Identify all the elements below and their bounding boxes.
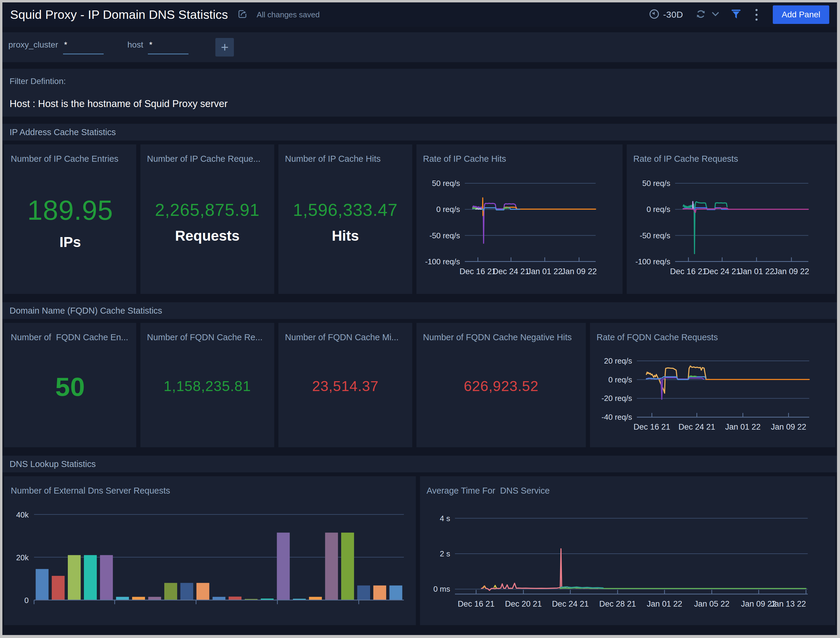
host-input[interactable]: * [148,40,188,54]
refresh-options-button[interactable] [711,11,720,18]
filter-definition-heading: Filter Defintion: [9,76,830,86]
header-bar: Squid Proxy - IP Domain DNS Statistics A… [2,2,837,27]
svg-text:Dec 16 21: Dec 16 21 [633,423,670,431]
rate-ip-cache-requests-chart[interactable]: 50 req/s0 req/s-50 req/s-100 req/sDec 16… [633,165,829,288]
panel-rate-ip-cache-hits: Rate of IP Cache Hits 50 req/s0 req/s-50… [417,144,622,294]
share-button[interactable] [237,8,248,21]
stat-value: 2,265,875.91 [141,200,274,220]
svg-text:Dec 16 21: Dec 16 21 [670,267,707,276]
filter-label: host [128,40,144,50]
chevron-down-icon [711,11,720,18]
svg-text:-40 req/s: -40 req/s [601,413,632,421]
time-range-button[interactable]: -30D [649,9,683,21]
stat-unit: Requests [141,228,274,244]
svg-text:0 ms: 0 ms [433,584,450,594]
external-dns-requests-chart[interactable]: 40k20k0 [11,497,409,620]
svg-text:Jan 01 22: Jan 01 22 [725,423,761,431]
svg-text:Dec 24 21: Dec 24 21 [678,423,715,431]
panel-ip-cache-requests: Number of IP Cache Reque... 2,265,875.91… [141,144,274,294]
stat-value: 189.95 [4,195,136,226]
stat-value: 50 [4,372,136,402]
filter-field-host: host * [128,40,189,54]
add-filter-button[interactable]: + [215,38,234,57]
svg-text:Jan 09 22: Jan 09 22 [774,267,809,276]
svg-text:Dec 20 21: Dec 20 21 [505,600,542,608]
panel-title: Number of IP Cache Hits [285,154,406,164]
stat-value: 626,923.52 [417,378,586,394]
panel-fqdn-cache-negative-hits: Number of FQDN Cache Negative Hits 626,9… [417,323,586,447]
svg-text:Dec 28 21: Dec 28 21 [599,600,636,608]
section-title-fqdn: Domain Name (FQDN) Cache Statistics [2,302,837,319]
rate-fqdn-cache-requests-chart[interactable]: 20 req/s0 req/s-20 req/s-40 req/sDec 16 … [597,344,829,442]
stat-unit: Hits [278,228,412,244]
filter-definition-panel: Filter Defintion: Host : Host is the hos… [2,69,837,117]
svg-text:0 req/s: 0 req/s [608,375,632,384]
share-icon [237,8,248,21]
refresh-button[interactable] [695,8,707,22]
row-ip-cache: Number of IP Cache Entries 189.95 IPs Nu… [2,144,837,294]
refresh-icon [695,8,707,22]
svg-text:-50 req/s: -50 req/s [429,231,460,240]
kebab-menu-icon[interactable] [753,7,760,22]
svg-text:Jan 09 22: Jan 09 22 [561,267,597,276]
svg-text:50 req/s: 50 req/s [432,179,460,188]
filter-label: proxy_cluster [8,40,58,50]
panel-title: Number of External Dns Server Requests [11,486,409,496]
panel-title: Number of FQDN Cache En... [11,332,129,342]
panel-title: Number of FQDN Cache Mi... [285,332,406,342]
svg-text:Dec 24 21: Dec 24 21 [493,267,529,276]
svg-text:Jan 09 22: Jan 09 22 [771,423,806,431]
filter-bar: proxy_cluster * host * + [2,32,837,62]
svg-text:Jan 01 22: Jan 01 22 [739,267,774,276]
svg-text:0 req/s: 0 req/s [436,205,460,214]
add-panel-button[interactable]: Add Panel [773,5,829,24]
svg-text:0: 0 [25,596,29,605]
panel-avg-time-dns-service: Average Time For DNS Service 4 s2 s0 msD… [420,476,835,625]
filter-field-proxy-cluster: proxy_cluster * [8,40,104,54]
panel-ip-cache-hits: Number of IP Cache Hits 1,596,333.47 Hit… [278,144,412,294]
proxy-cluster-input[interactable]: * [63,40,104,54]
page-title: Squid Proxy - IP Domain DNS Statistics [10,8,228,22]
panel-title: Number of FQDN Cache Re... [147,332,268,342]
svg-text:40k: 40k [16,510,29,519]
filter-funnel-icon [731,9,741,21]
filter-definition-body: Host : Host is the hostname of Squid Pro… [9,98,830,109]
svg-text:Jan 01 22: Jan 01 22 [647,600,682,608]
svg-text:Dec 24 21: Dec 24 21 [704,267,741,276]
svg-text:Jan 13 22: Jan 13 22 [771,600,806,608]
panel-fqdn-cache-requests: Number of FQDN Cache Re... 1,158,235.81 [141,323,274,447]
svg-text:-100 req/s: -100 req/s [425,257,460,266]
filter-button[interactable] [731,9,741,21]
svg-text:Dec 16 21: Dec 16 21 [459,267,496,276]
svg-text:Dec 24 21: Dec 24 21 [552,600,589,608]
row-dns-lookup: Number of External Dns Server Requests 4… [2,476,837,625]
clock-icon [649,9,660,21]
panel-ip-cache-entries: Number of IP Cache Entries 189.95 IPs [4,144,136,294]
svg-text:Dec 16 21: Dec 16 21 [458,600,494,608]
stat-value: 1,596,333.47 [278,200,412,220]
stat-unit: IPs [4,234,136,250]
section-title-dns: DNS Lookup Statistics [2,456,837,472]
panel-title: Rate of IP Cache Hits [423,154,616,164]
panel-rate-fqdn-cache-requests: Rate of FQDN Cache Requests 20 req/s0 re… [590,323,835,447]
panel-title: Rate of IP Cache Requests [633,154,829,164]
panel-title: Number of FQDN Cache Negative Hits [423,332,579,342]
section-title-ip: IP Address Cache Statistics [2,124,837,141]
panel-title: Rate of FQDN Cache Requests [597,332,829,342]
panel-title: Average Time For DNS Service [426,486,829,496]
rate-ip-cache-hits-chart[interactable]: 50 req/s0 req/s-50 req/s-100 req/sDec 16… [423,165,616,288]
svg-text:-50 req/s: -50 req/s [639,231,670,240]
svg-text:-100 req/s: -100 req/s [635,257,670,266]
panel-title: Number of IP Cache Entries [11,154,129,164]
stat-value: 23,514.37 [278,378,412,394]
saved-status: All changes saved [257,10,320,19]
avg-time-dns-service-chart[interactable]: 4 s2 s0 msDec 16 21Dec 20 21Dec 24 21Dec… [426,497,829,620]
svg-text:Jan 05 22: Jan 05 22 [694,600,729,608]
time-range-value: -30D [663,9,683,20]
panel-external-dns-requests: Number of External Dns Server Requests 4… [4,476,416,625]
svg-text:20k: 20k [16,553,29,562]
svg-text:Jan 01 22: Jan 01 22 [527,267,562,276]
row-fqdn-cache: Number of FQDN Cache En... 50 Number of … [2,323,837,447]
svg-text:20 req/s: 20 req/s [604,356,632,365]
stat-value: 1,158,235.81 [141,378,274,394]
